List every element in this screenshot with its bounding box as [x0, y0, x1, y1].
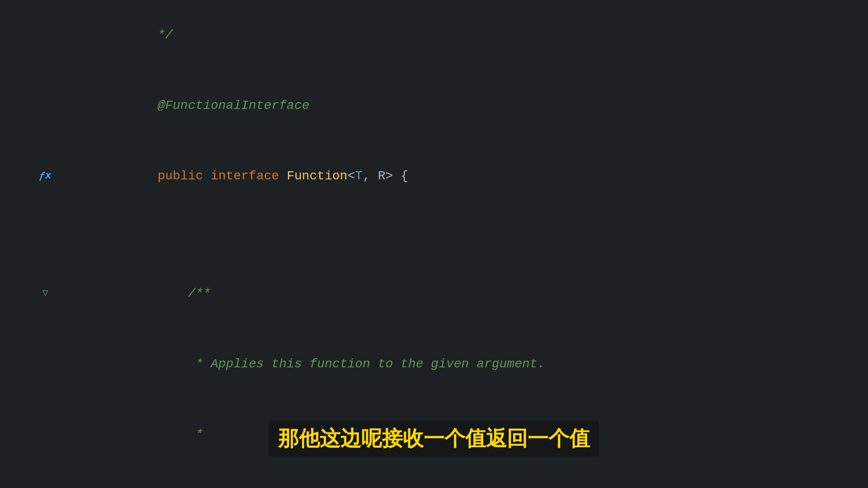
line-content: /** — [54, 258, 868, 329]
fx-symbol: ƒx — [39, 164, 51, 188]
annotation-text: @FunctionalInterface — [119, 99, 309, 113]
line-content: public interface Function<T, R> { — [54, 141, 868, 211]
bookmark-icon: ▽ — [36, 282, 54, 305]
comma: , R> { — [363, 169, 408, 183]
keyword-public: public — [157, 169, 203, 183]
code-line: */ — [0, 0, 868, 70]
line-content: * Applies this function to the given arg… — [54, 329, 868, 399]
code-line: ▽ /** — [0, 258, 868, 329]
code-line — [0, 211, 868, 235]
line-content: */ — [54, 0, 868, 70]
code-line: * Applies this function to the given arg… — [0, 329, 868, 399]
space — [279, 169, 287, 183]
code-line: * @param t the function argument — [0, 470, 868, 488]
javadoc-open: /** — [119, 286, 211, 300]
code-line — [0, 235, 868, 258]
subtitle-text: 那他这边呢接收一个值返回一个值 — [269, 421, 599, 456]
subtitle-bar: 那他这边呢接收一个值返回一个值 — [0, 417, 868, 461]
angle-bracket: < — [348, 169, 355, 183]
class-name: Function — [287, 169, 347, 183]
line-content: @FunctionalInterface — [54, 70, 868, 141]
type-param-T: T — [355, 169, 363, 183]
editor-container: */ @FunctionalInterface ƒx public interf… — [0, 0, 868, 488]
keyword-interface: interface — [211, 169, 279, 183]
code-area: */ @FunctionalInterface ƒx public interf… — [0, 0, 868, 488]
comment-text: */ — [119, 28, 173, 42]
line-content: * @param t the function argument — [54, 470, 868, 488]
space — [119, 169, 157, 183]
fx-icon: ƒx — [36, 164, 54, 188]
space — [203, 169, 211, 183]
fold-symbol: ▽ — [42, 282, 48, 305]
code-line: @FunctionalInterface — [0, 70, 868, 141]
comment-applies: * Applies this function to the given arg… — [119, 357, 545, 371]
code-line: ƒx public interface Function<T, R> { — [0, 141, 868, 211]
